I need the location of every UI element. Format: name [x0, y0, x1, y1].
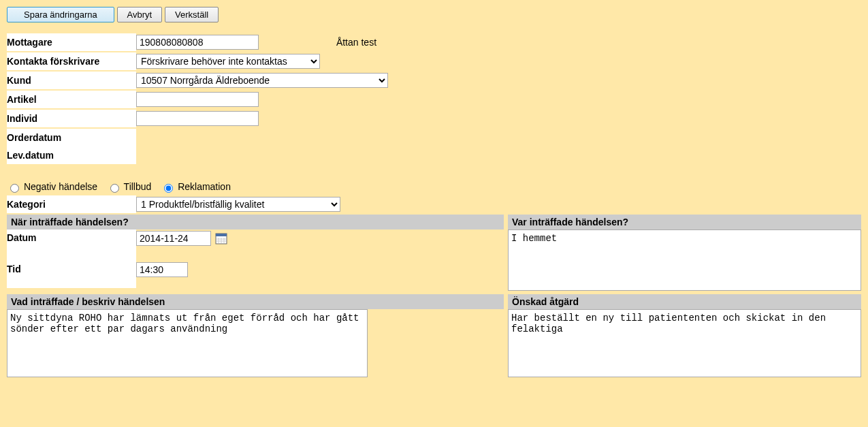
radio-negativ[interactable] [10, 184, 19, 193]
mottagare-name-text: Åttan test [261, 37, 376, 48]
calendar-icon[interactable] [215, 232, 227, 244]
mottagare-input[interactable] [136, 35, 259, 50]
artikel-input[interactable] [136, 92, 259, 107]
form-table: Mottagare Åttan test Kontakta förskrivar… [7, 33, 388, 164]
toolbar: Spara ändringarna Avbryt Verkställ [7, 7, 861, 22]
vad-intraffade-textarea[interactable] [7, 309, 368, 377]
kund-select[interactable]: 10507 Norrgårda Äldreboende [136, 73, 388, 88]
label-artikel: Artikel [7, 91, 136, 108]
tid-input[interactable] [136, 262, 188, 277]
label-individ: Individ [7, 110, 136, 127]
label-kontakta: Kontakta förskrivare [7, 52, 136, 70]
label-orderdatum: Orderdatum [7, 129, 136, 146]
label-mottagare: Mottagare [7, 33, 136, 51]
save-button[interactable]: Spara ändringarna [7, 7, 114, 22]
radio-negativ-text: Negativ händelse [24, 181, 97, 192]
kategori-select[interactable]: 1 Produktfel/bristfällig kvalitet [136, 197, 340, 212]
section-atgard-header: Önskad åtgärd [508, 294, 861, 309]
label-levdatum: Lev.datum [7, 146, 136, 164]
radio-tillbud-text: Tillbud [124, 181, 152, 192]
datum-input[interactable] [136, 231, 211, 246]
radio-tillbud[interactable] [110, 184, 119, 193]
kontakta-select[interactable]: Förskrivare behöver inte kontaktas [136, 54, 320, 69]
cancel-button[interactable]: Avbryt [117, 7, 163, 22]
label-kategori: Kategori [7, 195, 136, 213]
radio-reklamation[interactable] [164, 184, 173, 193]
radio-reklamation-text: Reklamation [178, 181, 231, 192]
label-tid: Tid [7, 261, 136, 288]
onskad-atgard-textarea[interactable] [508, 309, 861, 377]
type-radio-group: Negativ händelse Tillbud Reklamation [7, 180, 861, 193]
section-var-header: Var inträffade händelsen? [508, 215, 861, 230]
radio-negativ-label[interactable]: Negativ händelse [7, 181, 100, 192]
svg-rect-1 [216, 234, 227, 236]
var-intraffade-textarea[interactable] [508, 230, 861, 291]
label-datum: Datum [7, 230, 136, 261]
label-kund: Kund [7, 72, 136, 89]
radio-reklamation-label[interactable]: Reklamation [161, 181, 231, 192]
individ-input[interactable] [136, 111, 259, 126]
kategori-row: Kategori 1 Produktfel/bristfällig kvalit… [7, 195, 340, 213]
radio-tillbud-label[interactable]: Tillbud [107, 181, 154, 192]
apply-button[interactable]: Verkställ [165, 7, 219, 22]
section-nar-header: När inträffade händelsen? [7, 215, 504, 230]
section-vad-header: Vad inträffade / beskriv händelsen [7, 294, 504, 309]
